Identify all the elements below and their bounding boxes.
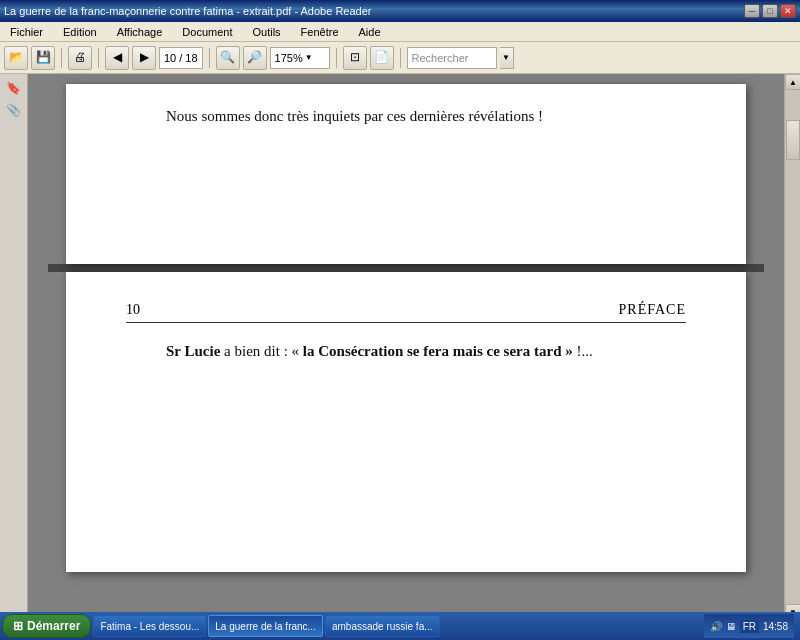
toolbar-zoomout-btn[interactable]: 🔎 (243, 46, 267, 70)
taskbar-item-1[interactable]: La guerre de la franc... (208, 615, 323, 637)
toolbar: 📂 💾 🖨 ◀ ▶ 10 / 18 🔍 🔎 175% ▼ ⊡ 📄 Recherc… (0, 42, 800, 74)
menu-edition[interactable]: Edition (57, 24, 103, 40)
start-button[interactable]: ⊞ Démarrer (2, 614, 91, 638)
titlebar: La guerre de la franc-maçonnerie contre … (0, 0, 800, 22)
scrollbar[interactable]: ▲ ▼ (784, 74, 800, 620)
bookmark-icon[interactable]: 🔖 (4, 78, 24, 98)
toolbar-open-btn[interactable]: 📂 (4, 46, 28, 70)
tray-icon-monitor: 🖥 (726, 621, 736, 632)
toolbar-nav-box: 10 / 18 (159, 47, 203, 69)
taskbar-item-2[interactable]: ambassade russie fa... (325, 615, 440, 637)
left-panel: 🔖 📎 (0, 74, 28, 620)
taskbar: ⊞ Démarrer Fatima - Les dessou... La gue… (0, 612, 800, 640)
scroll-track[interactable] (785, 90, 800, 604)
zoom-dropdown-icon[interactable]: ▼ (305, 53, 313, 62)
taskbar-item-0[interactable]: Fatima - Les dessou... (93, 615, 206, 637)
start-label: Démarrer (27, 619, 80, 633)
toolbar-sep-5 (400, 48, 401, 68)
window-controls: ─ □ ✕ (744, 4, 796, 18)
sys-tray: 🔊 🖥 FR 14:58 (704, 614, 794, 638)
toolbar-zoomin-btn[interactable]: 🔍 (216, 46, 240, 70)
page-section: PRÉFACE (619, 302, 686, 318)
page-top-paragraph: Nous sommes donc très inquiets par ces d… (166, 108, 543, 124)
page-divider (48, 264, 764, 272)
page-top-content: Nous sommes donc très inquiets par ces d… (66, 84, 746, 264)
toolbar-prev-btn[interactable]: ◀ (105, 46, 129, 70)
page-bottom-content: 10 PRÉFACE Sr Lucie a bien dit : « la Co… (66, 272, 746, 572)
text-end: !... (573, 343, 593, 359)
toolbar-save-btn[interactable]: 💾 (31, 46, 55, 70)
pdf-area[interactable]: Nous sommes donc très inquiets par ces d… (28, 74, 784, 620)
page-total: 18 (185, 52, 197, 64)
nav-sep: / (179, 52, 182, 64)
zoom-input[interactable]: 175% ▼ (270, 47, 330, 69)
menu-affichage[interactable]: Affichage (111, 24, 169, 40)
page-current: 10 (164, 52, 176, 64)
text-sr-lucie: Sr Lucie (166, 343, 220, 359)
tray-icon-sound: 🔊 (710, 621, 722, 632)
scroll-up-btn[interactable]: ▲ (785, 74, 800, 90)
toolbar-next-btn[interactable]: ▶ (132, 46, 156, 70)
text-bold-consecration: la Consécration se fera mais ce sera tar… (303, 343, 573, 359)
toolbar-page-btn[interactable]: 📄 (370, 46, 394, 70)
search-dropdown[interactable]: ▼ (500, 47, 514, 69)
page-header: 10 PRÉFACE (126, 302, 686, 323)
menubar: Fichier Edition Affichage Document Outil… (0, 22, 800, 42)
menu-fichier[interactable]: Fichier (4, 24, 49, 40)
search-input[interactable]: Rechercher (407, 47, 497, 69)
toolbar-sep-3 (209, 48, 210, 68)
toolbar-print-btn[interactable]: 🖨 (68, 46, 92, 70)
taskbar-right: 🔊 🖥 FR 14:58 (704, 614, 798, 638)
scroll-thumb[interactable] (786, 120, 800, 160)
zoom-value: 175% (275, 52, 303, 64)
restore-button[interactable]: □ (762, 4, 778, 18)
page-body-text: Sr Lucie a bien dit : « la Consécration … (126, 339, 686, 363)
start-icon: ⊞ (13, 619, 23, 633)
menu-document[interactable]: Document (176, 24, 238, 40)
toolbar-sep-1 (61, 48, 62, 68)
toolbar-fit-btn[interactable]: ⊡ (343, 46, 367, 70)
pdf-page-top: Nous sommes donc très inquiets par ces d… (66, 84, 746, 264)
minimize-button[interactable]: ─ (744, 4, 760, 18)
attachment-icon[interactable]: 📎 (4, 100, 24, 120)
lang-indicator: FR (740, 620, 759, 633)
clock: 14:58 (763, 621, 788, 632)
window-title: La guerre de la franc-maçonnerie contre … (4, 5, 744, 17)
toolbar-sep-4 (336, 48, 337, 68)
menu-fenetre[interactable]: Fenêtre (295, 24, 345, 40)
text-normal-1: a bien dit : « (220, 343, 303, 359)
page-number: 10 (126, 302, 140, 318)
page-top-text: Nous sommes donc très inquiets par ces d… (126, 104, 686, 128)
menu-aide[interactable]: Aide (353, 24, 387, 40)
search-placeholder: Rechercher (412, 52, 469, 64)
pdf-page-bottom: 10 PRÉFACE Sr Lucie a bien dit : « la Co… (66, 272, 746, 572)
main-layout: 🔖 📎 Nous sommes donc très inquiets par c… (0, 74, 800, 620)
toolbar-sep-2 (98, 48, 99, 68)
close-button[interactable]: ✕ (780, 4, 796, 18)
menu-outils[interactable]: Outils (246, 24, 286, 40)
